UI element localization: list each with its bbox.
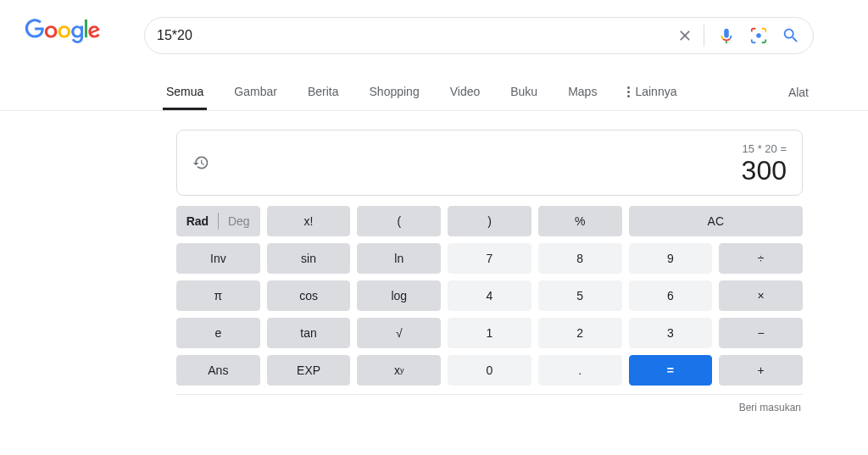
calc-btn-minus[interactable]: − [719,318,803,348]
calc-btn-4[interactable]: 4 [448,280,531,311]
search-icon[interactable] [781,25,801,46]
calc-btn-sin[interactable]: sin [267,243,351,274]
calc-btn-tan[interactable]: tan [267,318,351,348]
tools-button[interactable]: Alat [788,75,809,109]
calculator-keypad: Rad Deg x! ( ) % AC Inv sin ln 7 8 9 ÷ π… [176,206,803,386]
calc-btn-pi[interactable]: π [176,280,260,311]
calc-btn-ac[interactable]: AC [629,206,803,236]
calc-btn-ln[interactable]: ln [357,243,441,274]
search-bar [144,17,814,54]
calc-btn-equals[interactable]: = [629,355,713,386]
calc-btn-9[interactable]: 9 [629,243,713,274]
calc-btn-log[interactable]: log [357,280,441,311]
feedback-link[interactable]: Beri masukan [176,394,803,413]
calc-btn-dot[interactable]: . [538,355,622,386]
clear-icon[interactable] [675,25,695,46]
calc-btn-8[interactable]: 8 [538,243,622,274]
calc-btn-rparen[interactable]: ) [448,206,531,236]
calc-btn-inv[interactable]: Inv [176,243,260,274]
search-input[interactable] [157,28,663,43]
calc-btn-5[interactable]: 5 [538,280,622,311]
more-dots-icon [627,86,630,97]
calc-btn-e[interactable]: e [176,318,260,348]
calc-btn-sqrt[interactable]: √ [357,318,441,348]
divider [704,25,704,47]
calc-btn-rad-deg[interactable]: Rad Deg [176,206,260,236]
calc-btn-plus[interactable]: + [719,355,803,386]
tab-video[interactable]: Video [447,75,484,110]
tab-all[interactable]: Semua [163,75,207,110]
calc-btn-6[interactable]: 6 [629,280,713,311]
calc-btn-0[interactable]: 0 [448,355,531,386]
tab-maps[interactable]: Maps [565,75,600,110]
calc-btn-7[interactable]: 7 [448,243,531,274]
calc-btn-multiply[interactable]: × [719,280,803,311]
calc-btn-cos[interactable]: cos [267,280,351,311]
calc-btn-3[interactable]: 3 [629,318,713,348]
calc-btn-exp[interactable]: EXP [267,355,351,386]
calc-btn-power[interactable]: xy [357,355,441,386]
history-icon[interactable] [192,154,209,175]
calc-btn-percent[interactable]: % [538,206,622,236]
lens-icon[interactable] [748,25,769,46]
calc-result: 300 [209,155,787,186]
tab-shopping[interactable]: Shopping [366,75,423,110]
google-logo[interactable] [24,19,102,47]
calc-expression: 15 * 20 = [209,142,787,155]
calc-btn-lparen[interactable]: ( [357,206,441,236]
calc-btn-ans[interactable]: Ans [176,355,260,386]
svg-point-0 [756,33,761,38]
tab-news[interactable]: Berita [304,75,342,110]
tab-images[interactable]: Gambar [231,75,281,110]
search-tabs: Semua Gambar Berita Shopping Video Buku … [0,75,868,111]
calc-btn-1[interactable]: 1 [448,318,531,348]
calc-btn-factorial[interactable]: x! [267,206,351,236]
calc-btn-2[interactable]: 2 [538,318,622,348]
mic-icon[interactable] [716,25,737,46]
tab-more[interactable]: Lainnya [624,75,680,110]
calc-btn-divide[interactable]: ÷ [719,243,803,274]
tab-books[interactable]: Buku [507,75,541,110]
calculator-display: 15 * 20 = 300 [176,130,803,196]
